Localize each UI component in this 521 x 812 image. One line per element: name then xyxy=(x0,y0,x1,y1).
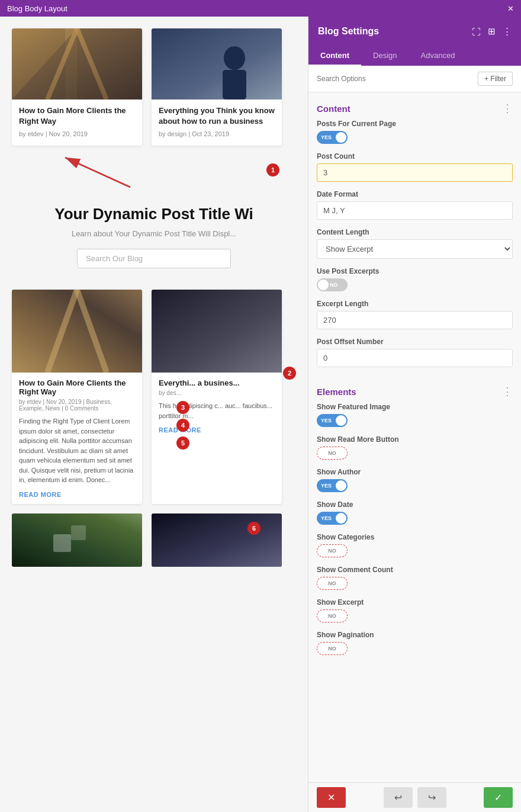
read-more-toggle-label: NO xyxy=(328,450,336,456)
settings-panel: Blog Settings ⛶ ⊞ ⋮ Content Design Advan… xyxy=(308,17,521,812)
show-featured-image-label: Show Featured Image xyxy=(317,403,513,411)
blog-card-1: How to Gain More Clients the Right Way b… xyxy=(12,28,142,146)
canvas-area: How to Gain More Clients the Right Way b… xyxy=(0,17,308,812)
posts-for-current-page-toggle[interactable]: YES xyxy=(317,131,348,144)
excerpt-toggle-label: NO xyxy=(328,613,336,619)
cancel-button[interactable]: ✕ xyxy=(317,787,346,808)
show-categories-toggle[interactable]: NO xyxy=(317,544,348,557)
post-offset-label: Post Offset Number xyxy=(317,338,513,346)
bottom-image-dark xyxy=(152,513,282,567)
card-3-read-more[interactable]: READ MORE xyxy=(19,491,135,498)
blog-grid-bottom: 2 xyxy=(0,278,308,504)
excerpt-length-label: Excerpt Length xyxy=(317,300,513,308)
save-button[interactable]: ✓ xyxy=(484,787,513,808)
panel-header-icons: ⛶ ⊞ ⋮ xyxy=(472,26,512,37)
post-offset-input[interactable] xyxy=(317,349,513,367)
content-length-field: Content Length Show Excerpt xyxy=(317,228,513,259)
svg-rect-7 xyxy=(152,28,282,100)
arrow-svg xyxy=(36,146,154,193)
show-date-field: Show Date YES xyxy=(317,500,513,525)
search-bar[interactable]: Search Our Blog xyxy=(77,249,231,268)
posts-for-current-page-label: Posts For Current Page xyxy=(317,120,513,128)
show-featured-image-toggle[interactable]: YES xyxy=(317,414,348,427)
card-4-image xyxy=(152,290,282,373)
show-author-toggle[interactable]: YES xyxy=(317,479,348,492)
svg-rect-23 xyxy=(152,513,282,567)
show-excerpt-field: Show Excerpt NO xyxy=(317,598,513,622)
badge-1: 1 xyxy=(266,163,279,176)
comment-count-toggle-label: NO xyxy=(328,580,336,586)
show-pagination-toggle[interactable]: NO xyxy=(317,642,348,655)
columns-icon[interactable]: ⊞ xyxy=(488,26,496,37)
card-2-content: Everything you Think you know about how … xyxy=(152,100,282,146)
dynamic-post-title: Your Dynamic Post Title Wi xyxy=(12,205,296,223)
panel-title: Blog Settings xyxy=(318,26,379,37)
badge-2: 2 xyxy=(283,367,296,380)
show-excerpt-toggle[interactable]: NO xyxy=(317,609,348,622)
search-options-bar: + Filter xyxy=(308,66,521,92)
roads-image-svg xyxy=(12,28,142,100)
date-toggle-label: YES xyxy=(318,515,332,521)
elements-section-menu-icon[interactable]: ⋮ xyxy=(502,385,513,398)
more-options-icon[interactable]: ⋮ xyxy=(503,26,512,37)
post-count-input[interactable] xyxy=(317,163,513,182)
show-date-toggle[interactable]: YES xyxy=(317,512,348,525)
tab-content[interactable]: Content xyxy=(308,46,361,66)
card-4-meta: by des... xyxy=(159,390,275,396)
posts-for-current-page-toggle-wrap: YES xyxy=(317,131,513,144)
svg-line-11 xyxy=(65,158,130,187)
show-categories-field: Show Categories NO xyxy=(317,533,513,557)
close-icon[interactable]: ✕ xyxy=(507,4,514,13)
tab-design[interactable]: Design xyxy=(361,46,409,66)
show-featured-image-field: Show Featured Image YES xyxy=(317,403,513,427)
search-options-input[interactable] xyxy=(317,75,473,83)
date-format-input[interactable] xyxy=(317,201,513,220)
dark-image-svg xyxy=(152,513,282,567)
tab-advanced[interactable]: Advanced xyxy=(409,46,467,66)
card-3-image xyxy=(12,290,142,373)
card-1-content: How to Gain More Clients the Right Way b… xyxy=(12,100,142,146)
content-length-select[interactable]: Show Excerpt xyxy=(317,239,513,259)
show-read-more-toggle[interactable]: NO xyxy=(317,447,348,460)
undo-button[interactable]: ↩ xyxy=(384,787,413,808)
arrow-section: 1 xyxy=(0,146,308,193)
fullscreen-icon[interactable]: ⛶ xyxy=(472,27,481,37)
card3-image-svg xyxy=(12,290,142,373)
svg-rect-21 xyxy=(71,525,86,540)
filter-button[interactable]: + Filter xyxy=(478,72,513,86)
show-date-label: Show Date xyxy=(317,500,513,509)
card-4-read-more[interactable]: READ MORE xyxy=(159,426,275,434)
badge-3: 3 xyxy=(176,401,189,414)
redo-button[interactable]: ↪ xyxy=(417,787,446,808)
author-toggle-label: YES xyxy=(318,483,332,489)
card-1-meta: by etdev | Nov 20, 2019 xyxy=(19,130,135,137)
show-pagination-field: Show Pagination NO xyxy=(317,631,513,655)
svg-rect-5 xyxy=(12,28,142,100)
bottom-image-tea xyxy=(12,513,142,567)
use-post-excerpts-toggle-wrap: NO xyxy=(317,278,513,291)
panel-tabs: Content Design Advanced xyxy=(308,46,521,66)
panel-body: Content ⋮ Posts For Current Page YES Pos… xyxy=(308,92,521,812)
use-excerpts-toggle-knob xyxy=(318,280,329,290)
content-section-menu-icon[interactable]: ⋮ xyxy=(502,102,513,115)
pagination-toggle-label: NO xyxy=(328,646,336,651)
excerpt-length-input[interactable] xyxy=(317,311,513,329)
content-section-header: Content ⋮ xyxy=(317,92,513,120)
svg-rect-20 xyxy=(53,534,71,552)
svg-rect-17 xyxy=(152,290,282,373)
dynamic-section: Your Dynamic Post Title Wi Learn about Y… xyxy=(0,193,308,278)
blog-card-4: Everythi... a busines... by des... This … xyxy=(152,290,282,504)
show-comment-count-label: Show Comment Count xyxy=(317,566,513,574)
elements-section-title: Elements xyxy=(317,387,356,397)
panel-footer: ✕ ↩ ↪ ✓ xyxy=(308,782,521,812)
date-format-field: Date Format xyxy=(317,190,513,220)
card-3-meta: by etdev | Nov 20, 2019 | Business, Exam… xyxy=(19,399,135,412)
show-excerpt-label: Show Excerpt xyxy=(317,598,513,606)
show-comment-count-toggle[interactable]: NO xyxy=(317,577,348,590)
card-3-title: How to Gain More Clients the Right Way xyxy=(19,378,135,396)
card-4-title: Everythi... a busines... xyxy=(159,378,275,387)
posts-toggle-label: YES xyxy=(318,134,332,140)
svg-point-8 xyxy=(224,46,245,70)
use-post-excerpts-toggle[interactable]: NO xyxy=(317,278,348,291)
panel-header: Blog Settings ⛶ ⊞ ⋮ xyxy=(308,17,521,46)
